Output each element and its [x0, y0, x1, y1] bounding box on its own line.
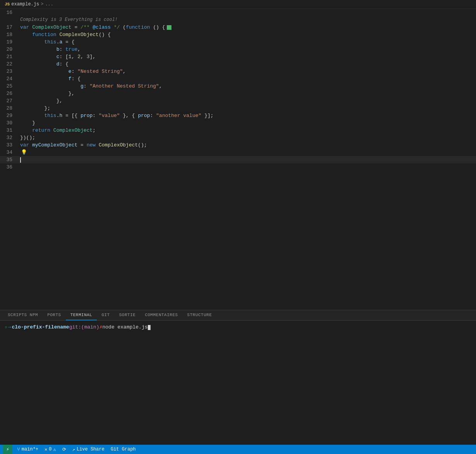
code-line-34: 34 💡 — [0, 149, 476, 156]
tab-commentaires[interactable]: COMMENTAIRES — [140, 310, 182, 320]
line-number-30: 30 — [0, 119, 19, 127]
line-number-34: 34 — [0, 149, 19, 156]
line-content-17: var ComplexObject = /** @class */ (funct… — [19, 24, 476, 31]
code-line-30: 30 } — [0, 119, 476, 127]
liveshare-label: Live Share — [77, 447, 104, 452]
panel-tabs: SCRIPTS NPM PORTS TERMINAL GIT SORTIE CO… — [0, 310, 476, 321]
code-line-24: 24 f: { — [0, 75, 476, 83]
errors-status[interactable]: ✕ 0 ⚠ — [43, 447, 58, 452]
terminal-cross: ✗ — [99, 323, 103, 332]
terminal-prompt: ○ → clo-prefix-filename git:(main) ✗ nod… — [5, 323, 471, 332]
line-content-31: return ComplexObject; — [19, 127, 476, 134]
code-line-33: 33 var myComplexObject = new ComplexObje… — [0, 141, 476, 149]
line-number-22: 22 — [0, 60, 19, 68]
tab-git[interactable]: GIT — [97, 310, 114, 320]
cursor — [20, 157, 21, 163]
line-content-24: f: { — [19, 75, 476, 83]
liveshare-button[interactable]: ↗ Live Share — [71, 447, 106, 452]
line-content-34: 💡 — [19, 149, 476, 156]
line-number-36: 36 — [0, 163, 19, 171]
terminal-command: node example.js — [103, 323, 148, 332]
line-number-28: 28 — [0, 105, 19, 112]
line-content-20: b: true, — [19, 46, 476, 53]
line-number-33: 33 — [0, 141, 19, 149]
branch-label: main*+ — [22, 447, 38, 452]
status-bar: ⚡ ⑂ main*+ ✕ 0 ⚠ ⟳ ↗ Live Share Git Grap… — [0, 445, 476, 454]
code-line-36: 36 — [0, 163, 476, 171]
breadcrumb-rest: ... — [45, 2, 53, 7]
green-box-indicator — [167, 25, 171, 30]
line-number-26: 26 — [0, 90, 19, 97]
code-line-16: 16 — [0, 9, 476, 16]
line-content-33: var myComplexObject = new ComplexObject(… — [19, 141, 476, 149]
terminal-circle: ○ — [5, 323, 7, 332]
line-content-18: function ComplexObject() { — [19, 31, 476, 38]
liveshare-icon: ↗ — [72, 447, 75, 452]
line-content-16 — [19, 9, 476, 16]
tab-ports[interactable]: PORTS — [43, 310, 66, 320]
tab-structure[interactable]: STRUCTURE — [183, 310, 217, 320]
warning-icon: ⚠ — [53, 447, 56, 452]
panel-bottom: SCRIPTS NPM PORTS TERMINAL GIT SORTIE CO… — [0, 310, 476, 445]
code-line-22: 22 d: { — [0, 60, 476, 68]
tab-terminal[interactable]: TERMINAL — [66, 310, 97, 320]
line-number-27: 27 — [0, 97, 19, 105]
line-number-29: 29 — [0, 112, 19, 119]
line-content-36 — [19, 163, 476, 171]
editor-area[interactable]: 16 Complexity is 3 Everything is cool! 1… — [0, 9, 476, 310]
code-line-28: 28 }; — [0, 105, 476, 112]
breadcrumb-filename[interactable]: example.js — [11, 2, 39, 7]
line-number-18: 18 — [0, 31, 19, 38]
line-number-20: 20 — [0, 46, 19, 53]
line-number-25: 25 — [0, 83, 19, 90]
line-number-24: 24 — [0, 75, 19, 83]
line-content-30: } — [19, 119, 476, 127]
code-line-17: 17 var ComplexObject = /** @class */ (fu… — [0, 24, 476, 31]
code-line-18: 18 function ComplexObject() { — [0, 31, 476, 38]
breadcrumb: JS example.js > ... — [0, 0, 476, 9]
code-line-20: 20 b: true, — [0, 46, 476, 53]
code-line-29: 29 this.h = [{ prop: "value" }, { prop: … — [0, 112, 476, 119]
code-line-25: 25 g: "Another Nested String", — [0, 83, 476, 90]
code-line-35[interactable]: 35 — [0, 156, 476, 163]
line-number-31: 31 — [0, 127, 19, 134]
line-number-17: 17 — [0, 24, 19, 31]
code-line-26: 26 }, — [0, 90, 476, 97]
line-content-28: }; — [19, 105, 476, 112]
info-line: Complexity is 3 Everything is cool! — [0, 16, 476, 24]
terminal-cursor — [148, 325, 151, 330]
lightbulb-icon[interactable]: 💡 — [20, 150, 27, 155]
line-number-23: 23 — [0, 68, 19, 75]
sync-status[interactable]: ⟳ — [61, 447, 68, 452]
terminal-arrow: → — [8, 323, 11, 332]
code-line-23: 23 e: "Nested String", — [0, 68, 476, 75]
line-number-35: 35 — [0, 156, 19, 163]
code-container: 16 Complexity is 3 Everything is cool! 1… — [0, 9, 476, 171]
line-number-32: 32 — [0, 134, 19, 141]
code-line-32: 32 })(); — [0, 134, 476, 141]
error-count: 0 — [49, 447, 51, 452]
gitgraph-button[interactable]: Git Graph — [109, 447, 137, 452]
tab-scripts-npm[interactable]: SCRIPTS NPM — [3, 310, 43, 320]
breadcrumb-separator: > — [41, 2, 43, 7]
line-content-25: g: "Another Nested String", — [19, 83, 476, 90]
line-number-21: 21 — [0, 53, 19, 60]
line-content-19: this.a = { — [19, 38, 476, 46]
terminal-git-branch: git:(main) — [69, 323, 99, 332]
branch-status[interactable]: ⑂ main*+ — [15, 447, 40, 452]
code-line-27: 27 }, — [0, 97, 476, 105]
branch-icon: ⑂ — [17, 447, 20, 452]
line-content-35 — [19, 156, 476, 163]
remote-status[interactable]: ⚡ — [3, 445, 12, 454]
remote-icon-symbol: ⚡ — [6, 446, 9, 452]
line-content-21: c: [1, 2, 3], — [19, 53, 476, 60]
line-content-23: e: "Nested String", — [19, 68, 476, 75]
line-number-16: 16 — [0, 9, 19, 16]
sync-icon: ⟳ — [62, 447, 66, 452]
line-content-26: }, — [19, 90, 476, 97]
error-icon: ✕ — [45, 447, 47, 452]
tab-sortie[interactable]: SORTIE — [115, 310, 140, 320]
terminal-content[interactable]: ○ → clo-prefix-filename git:(main) ✗ nod… — [0, 321, 476, 445]
code-line-21: 21 c: [1, 2, 3], — [0, 53, 476, 60]
line-number-19: 19 — [0, 38, 19, 46]
